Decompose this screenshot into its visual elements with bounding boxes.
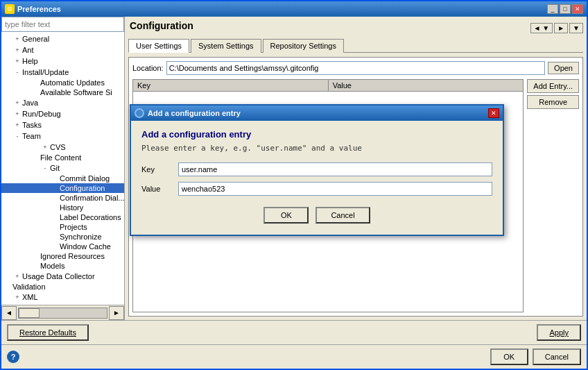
scroll-left-button[interactable]: ◄ [1,306,17,320]
sidebar-item-label-decorations[interactable]: Label Decorations [1,212,124,222]
modal-icon [135,108,144,118]
sidebar-item-label: Usage Data Collector [22,272,95,280]
expand-icon: + [12,45,22,55]
sidebar-item-label: Available Software Si [40,88,112,96]
sidebar-item-label: Label Decorations [60,213,121,221]
sidebar-item-label: Java [22,99,38,107]
sidebar-item-history[interactable]: History [1,203,124,212]
sidebar-item-label: Confirmation Dial... [60,194,124,202]
close-button[interactable]: ✕ [572,4,583,14]
forward-button[interactable]: ► [554,23,568,33]
sidebar-item-ant[interactable]: + Ant [1,44,124,56]
restore-defaults-button[interactable]: Restore Defaults [7,324,89,341]
sidebar-item-label: Run/Debug [22,110,61,118]
sidebar-item-synchronize[interactable]: Synchronize [1,232,124,242]
sidebar-item-commit-dialog[interactable]: Commit Dialog [1,174,124,183]
key-column-header: Key [133,80,329,91]
apply-button[interactable]: Apply [537,324,581,341]
sidebar-item-label: Install/Update [22,68,69,76]
modal-title-bar: Add a configuration entry ✕ [131,106,503,121]
modal-cancel-button[interactable]: Cancel [315,207,370,224]
sidebar-scrollbar[interactable] [18,308,107,319]
value-column-header: Value [329,80,524,91]
key-label: Key [141,165,173,174]
bottom-bar: Restore Defaults Apply [1,320,587,344]
preferences-icon: ⚙ [5,4,15,14]
sidebar-item-label: Automatic Updates [40,78,105,87]
expand-icon: + [12,34,22,44]
sidebar-item-automatic-updates[interactable]: Automatic Updates [1,78,124,87]
sidebar-item-label: Ant [22,46,34,54]
tab-label: Repository Settings [270,42,336,50]
sidebar-item-ignored-resources[interactable]: Ignored Resources [1,251,124,261]
expand-icon: + [12,120,22,130]
table-action-buttons: Add Entry... Remove [527,79,579,312]
expand-icon: + [40,142,50,152]
modal-title: Add a configuration entry [148,109,488,117]
sidebar-item-install-update[interactable]: - Install/Update [1,67,124,78]
sidebar-item-validation[interactable]: Validation [1,282,124,292]
scroll-right-button[interactable]: ► [109,306,124,320]
sidebar-item-cvs[interactable]: + CVS [1,142,124,153]
tab-user-settings[interactable]: User Settings [128,39,189,53]
remove-button[interactable]: Remove [527,95,579,109]
back-button[interactable]: ◄ ▼ [530,23,553,33]
sidebar-item-git[interactable]: - Git [1,162,124,174]
sidebar-item-help[interactable]: + Help [1,56,124,67]
main-window: ⚙ Preferences _ □ ✕ + General [0,0,588,370]
menu-button[interactable]: ▼ [569,23,583,33]
sidebar-item-team[interactable]: - Team [1,131,124,142]
modal-body: Add a configuration entry Please enter a… [131,121,503,235]
modal-close-button[interactable]: ✕ [488,108,499,118]
filter-input[interactable] [1,17,124,32]
nav-arrows: ◄ ▼ ► ▼ [530,23,583,33]
sidebar-item-label: CVS [50,143,66,151]
sidebar-item-window-cache[interactable]: Window Cache [1,242,124,251]
sidebar-item-projects[interactable]: Projects [1,222,124,232]
help-button[interactable]: ? [7,351,19,363]
sidebar-item-usage-data-collector[interactable]: + Usage Data Collector [1,271,124,282]
tab-label: User Settings [136,42,182,50]
sidebar-item-run-debug[interactable]: + Run/Debug [1,108,124,119]
expand-icon: + [12,98,22,108]
location-input[interactable] [166,61,545,75]
ok-button[interactable]: OK [490,348,528,365]
panel-title: Configuration [128,20,193,31]
value-label: Value [141,185,173,193]
key-input[interactable] [178,162,492,176]
sidebar-item-confirmation-dial[interactable]: Confirmation Dial... [1,193,124,203]
sidebar-item-label: Commit Dialog [60,174,110,183]
expand-icon: + [12,109,22,119]
kv-header: Key Value [133,80,523,92]
scroll-thumb [19,308,40,318]
tab-system-settings[interactable]: System Settings [191,39,261,53]
add-entry-button[interactable]: Add Entry... [527,79,579,93]
sidebar-item-xml[interactable]: + XML [1,292,124,303]
sidebar-item-file-content[interactable]: File Content [1,153,124,162]
sidebar: + General + Ant + Help [1,17,125,320]
open-button[interactable]: Open [548,62,579,74]
sidebar-item-label: Git [50,164,60,172]
location-label: Location: [132,64,164,72]
tab-repository-settings[interactable]: Repository Settings [263,39,344,53]
sidebar-item-configuration[interactable]: Configuration [1,183,124,193]
tabs: User Settings System Settings Repository… [128,38,583,53]
sidebar-item-label: Team [22,132,41,140]
minimize-button[interactable]: _ [547,4,558,14]
sidebar-item-tasks[interactable]: + Tasks [1,119,124,131]
sidebar-item-models[interactable]: Models [1,261,124,271]
sidebar-item-label: Models [40,262,64,270]
expand-icon: - [12,131,22,141]
value-input[interactable] [178,182,492,196]
sidebar-item-general[interactable]: + General [1,33,124,44]
sidebar-item-available-software[interactable]: Available Software Si [1,87,124,97]
title-bar-left: ⚙ Preferences [5,4,61,14]
expand-icon: - [40,163,50,173]
expand-icon: + [12,56,22,66]
cancel-button[interactable]: Cancel [533,348,581,365]
modal-ok-button[interactable]: OK [263,207,309,224]
sidebar-item-java[interactable]: + Java [1,97,124,108]
maximize-button[interactable]: □ [560,4,571,14]
modal-heading: Add a configuration entry [141,129,492,140]
sidebar-item-label: File Content [40,153,81,162]
